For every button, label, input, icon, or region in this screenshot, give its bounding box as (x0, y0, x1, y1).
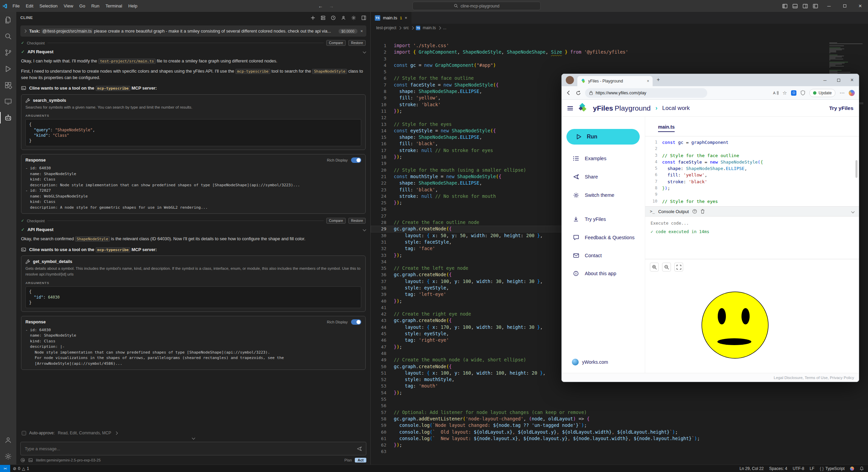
copilot-icon[interactable] (849, 90, 855, 96)
task-close-icon[interactable]: × (361, 29, 363, 34)
restore-button[interactable]: Restore (348, 40, 366, 46)
indentation[interactable]: Spaces: 4 (767, 466, 790, 471)
playground-code-editor[interactable]: 1 const gc = graphComponent 2 3 // Style… (645, 136, 859, 206)
hamburger-menu-icon[interactable] (567, 106, 573, 111)
eol-sequence[interactable]: LF (807, 466, 817, 471)
rich-display-toggle[interactable] (351, 157, 361, 163)
window-maximize-button[interactable] (837, 0, 852, 12)
sidebar-item-share[interactable]: Share (562, 171, 645, 183)
workspace-name[interactable]: Local work (662, 105, 690, 112)
browser-update-button[interactable]: Update (809, 89, 835, 97)
url-bar[interactable]: https://www.yfiles.com/play (585, 88, 707, 98)
shield-extension-icon[interactable] (801, 90, 805, 95)
problems-indicator[interactable]: ⊘0 △1 (10, 466, 32, 471)
zoom-out-button[interactable] (662, 263, 671, 271)
console-collapse-icon[interactable] (851, 210, 855, 213)
context-at-icon[interactable] (20, 458, 25, 462)
account-icon[interactable] (0, 432, 16, 448)
menu-view[interactable]: View (61, 3, 76, 8)
browser-close-button[interactable]: × (845, 74, 859, 86)
window-close-button[interactable]: × (852, 0, 868, 12)
new-task-button[interactable] (310, 15, 315, 20)
task-header[interactable]: Task: @/test-project/src/main.ts please … (20, 25, 366, 37)
legal-links[interactable]: Legal Disclosure, Terms of Use, Privacy … (774, 376, 854, 380)
source-control-icon[interactable] (0, 44, 16, 61)
sidebar-item-feedback[interactable]: Feedback & Questions (562, 231, 645, 244)
nav-forward-icon[interactable]: → (326, 3, 336, 9)
cline-settings-button[interactable] (351, 15, 356, 20)
smiley-graph[interactable] (698, 288, 772, 362)
menu-help[interactable]: Help (125, 3, 140, 8)
left-eye-node[interactable] (718, 308, 726, 324)
playground-tab-main-ts[interactable]: main.ts (658, 124, 675, 132)
console-help-icon[interactable] (692, 209, 697, 214)
menu-selection[interactable]: Selection (36, 3, 60, 8)
browser-tab-close-icon[interactable]: × (647, 79, 649, 83)
auto-approve-row[interactable]: Auto-approve: Read, Edit, Commands, MCP (22, 431, 365, 435)
run-debug-icon[interactable] (0, 61, 16, 77)
yworks-link[interactable]: yWorks.com (572, 359, 608, 365)
browser-menu-icon[interactable]: ⋯ (840, 90, 845, 96)
nav-back-icon[interactable]: ← (315, 3, 326, 9)
layout-panel-bottom-icon[interactable] (790, 1, 800, 11)
brand-name[interactable]: yFiles (593, 104, 613, 112)
console-output-bar[interactable]: >_ Console Output (645, 206, 859, 216)
extensions-icon[interactable] (0, 77, 16, 93)
read-aloud-icon[interactable]: A (773, 90, 778, 96)
expand-auto-approve[interactable] (20, 437, 366, 439)
plan-toggle[interactable]: Plan (344, 458, 352, 462)
layout-customize-icon[interactable] (811, 1, 820, 11)
face-node[interactable] (702, 292, 768, 358)
tool-request-card[interactable]: search_symbols Searches for symbols with… (21, 94, 366, 150)
browser-maximize-button[interactable] (832, 74, 845, 86)
model-name[interactable]: litellm:gemini/gemini-2.5-pro-exp-03-25 (36, 458, 101, 462)
auto-approve-checkbox[interactable] (22, 431, 26, 435)
sidebar-item-examples[interactable]: Examples (562, 152, 645, 165)
sidebar-item-about[interactable]: About this app (562, 267, 645, 280)
mcp-servers-button[interactable] (321, 15, 326, 20)
browser-tab[interactable]: yFiles - Playground × (577, 76, 653, 86)
browser-refresh-icon[interactable] (576, 90, 581, 96)
cursor-position[interactable]: Ln 29, Col 22 (737, 466, 766, 471)
settings-gear-icon[interactable] (0, 448, 16, 465)
layout-panel-left-icon[interactable] (780, 1, 790, 11)
breadcrumb[interactable]: test-project src TS main.ts ... (371, 24, 868, 32)
act-toggle[interactable]: Act (355, 458, 366, 462)
tab-main-ts[interactable]: TS main.ts 1 × (371, 12, 411, 24)
tool-request-card[interactable]: get_symbol_details Gets details about a … (21, 256, 366, 311)
layout-panel-right-icon[interactable] (801, 1, 810, 11)
browser-profile-avatar[interactable] (566, 76, 574, 84)
fit-content-button[interactable] (674, 263, 683, 271)
api-request-row[interactable]: ✓API Request (21, 227, 366, 232)
sidebar-item-switch-theme[interactable]: Switch theme (562, 189, 645, 201)
browser-back-icon[interactable] (566, 90, 572, 96)
menu-run[interactable]: Run (88, 3, 102, 8)
menu-terminal[interactable]: Terminal (102, 3, 125, 8)
api-request-row[interactable]: ✓API Request (21, 49, 366, 54)
favorite-star-icon[interactable]: ☆ (783, 90, 787, 96)
cline-conversation[interactable]: Task: @/test-project/src/main.ts please … (16, 23, 370, 429)
zoom-in-button[interactable] (650, 263, 659, 271)
password-extension-icon[interactable] (791, 90, 796, 96)
right-eye-node[interactable] (741, 308, 750, 324)
account-button[interactable] (341, 15, 346, 20)
open-in-editor-button[interactable] (361, 15, 366, 20)
restore-button[interactable]: Restore (348, 218, 366, 224)
graph-canvas[interactable] (645, 259, 859, 373)
window-minimize-button[interactable]: ─ (821, 0, 837, 12)
image-attach-icon[interactable] (28, 458, 33, 462)
mouth-node[interactable] (717, 338, 751, 345)
copilot-status-icon[interactable] (847, 467, 857, 471)
browser-minimize-button[interactable]: ─ (818, 74, 832, 86)
encoding[interactable]: UTF-8 (790, 466, 807, 471)
try-yfiles-link[interactable]: Try yFiles (829, 105, 853, 111)
command-center-search[interactable]: cline-mcp-playground (412, 2, 541, 10)
explorer-icon[interactable] (0, 12, 16, 28)
cline-extension-icon[interactable] (0, 110, 16, 126)
compare-button[interactable]: Compare (326, 218, 346, 224)
menu-file[interactable]: File (9, 3, 23, 8)
browser-new-tab-button[interactable]: + (657, 77, 660, 83)
task-expand-icon[interactable] (23, 30, 27, 33)
remote-indicator[interactable]: >< (0, 465, 10, 472)
rich-display-toggle[interactable] (351, 319, 361, 325)
